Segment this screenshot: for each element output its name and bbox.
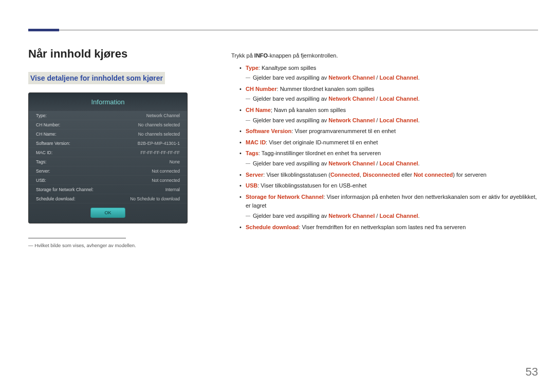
info-row-label: Storage for Network Channel: [36, 187, 94, 192]
info-row-value: No Schedule to download [130, 196, 180, 201]
bullet-server: Server: Viser tilkoblingsstatusen (Conne… [239, 171, 538, 180]
sub-applies: Gjelder bare ved avspilling av Network C… [246, 159, 538, 169]
info-row-label: CH Name: [36, 132, 57, 137]
bullet-schedule: Schedule download: Viser fremdriften for… [239, 223, 538, 232]
bullet-mac: MAC ID: Viser det originale ID-nummeret … [239, 138, 538, 147]
info-row-value: FF-FF-FF-FF-FF-FF [141, 150, 180, 155]
info-row: CH Number:No channels selected [29, 120, 187, 129]
bullet-usb: USB: Viser tilkoblingsstatusen for en US… [239, 181, 538, 191]
info-row: Server:Not connected [29, 166, 187, 176]
header-rule [28, 30, 538, 30]
info-row: Storage for Network Channel:Internal [29, 185, 187, 194]
page-heading: Når innhold kjøres [28, 47, 218, 61]
info-row: MAC ID:FF-FF-FF-FF-FF-FF [29, 148, 187, 157]
info-row-value: B2B-EP-MIP-41301-1 [138, 141, 180, 146]
intro-text: Trykk på INFO-knappen på fjernkontrollen… [231, 51, 538, 61]
bullet-ch-number: CH Number: Nummer tilordnet kanalen som … [239, 85, 538, 104]
info-row-label: Type: [36, 113, 47, 118]
info-row: CH Name:No channels selected [29, 129, 187, 139]
info-row: Type:Network Channel [29, 111, 187, 120]
left-column: Når innhold kjøres Vise detaljene for in… [28, 47, 218, 248]
info-row-value: Internal [165, 187, 180, 192]
panel-title: Information [29, 93, 187, 111]
information-panel: Information Type:Network ChannelCH Numbe… [28, 92, 188, 223]
info-row-label: Server: [36, 169, 50, 174]
info-row-value: None [170, 159, 180, 164]
info-row-value: Not connected [152, 178, 180, 183]
info-row: Schedule download:No Schedule to downloa… [29, 194, 187, 203]
info-row-label: CH Number: [36, 122, 60, 127]
info-row-label: MAC ID: [36, 150, 52, 155]
ok-button[interactable]: OK [90, 208, 125, 218]
info-row-label: Schedule download: [36, 196, 76, 201]
right-column: Trykk på INFO-knappen på fjernkontrollen… [231, 51, 538, 234]
info-row-value: No channels selected [138, 132, 180, 137]
page-number: 53 [526, 365, 538, 379]
sub-applies: Gjelder bare ved avspilling av Network C… [246, 73, 538, 83]
footnote-rule [28, 238, 126, 238]
info-row-value: Not connected [152, 169, 180, 174]
bullet-storage: Storage for Network Channel: Viser infor… [239, 193, 538, 221]
info-row: Tags:None [29, 157, 187, 166]
bullet-software: Software Version: Viser programvarenumme… [239, 127, 538, 136]
bullet-ch-name: CH Name; Navn på kanalen som spilles Gje… [239, 106, 538, 125]
sub-applies: Gjelder bare ved avspilling av Network C… [246, 212, 538, 221]
info-row-value: Network Channel [146, 113, 180, 118]
info-row-label: Software Version: [36, 141, 70, 146]
footnote-text: Hvilket bilde som vises, avhenger av mod… [28, 242, 218, 248]
info-row-label: USB: [36, 178, 46, 183]
sub-applies: Gjelder bare ved avspilling av Network C… [246, 95, 538, 104]
sub-applies: Gjelder bare ved avspilling av Network C… [246, 116, 538, 125]
header-accent [28, 29, 59, 31]
info-row: Software Version:B2B-EP-MIP-41301-1 [29, 139, 187, 148]
page-subheading: Vise detaljene for innholdet som kjører [28, 72, 165, 84]
bullet-type: Type: Kanaltype som spilles Gjelder bare… [239, 64, 538, 83]
info-row: USB:Not connected [29, 176, 187, 185]
info-row-value: No channels selected [138, 122, 180, 127]
bullet-tags: Tags: Tagg-innstillinger tilordnet en en… [239, 149, 538, 168]
info-row-label: Tags: [36, 159, 46, 164]
